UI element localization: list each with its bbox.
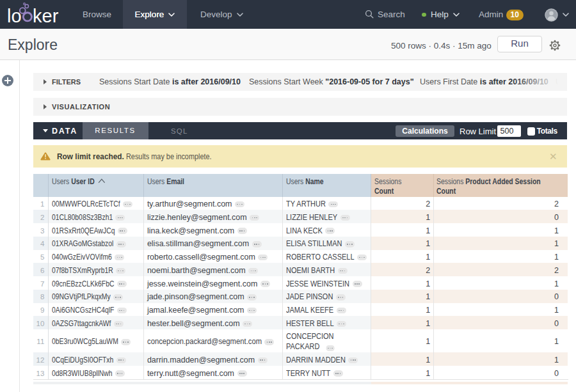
svg-text:lo: lo [7, 6, 22, 26]
svg-text:ker: ker [33, 6, 59, 26]
